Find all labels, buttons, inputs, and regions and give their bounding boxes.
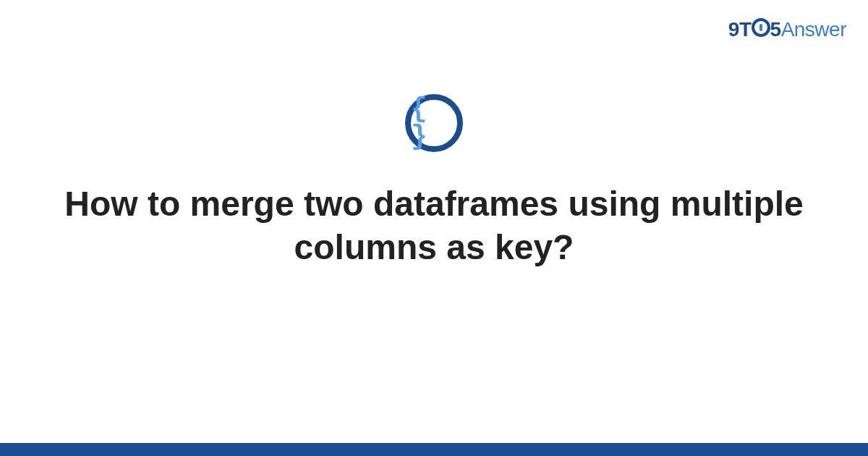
- logo-nine: 9: [728, 18, 739, 41]
- svg-rect-1: [760, 24, 762, 31]
- page-title: How to merge two dataframes using multip…: [43, 182, 825, 269]
- braces-glyph: { }: [411, 96, 457, 151]
- logo-t: T: [739, 18, 752, 41]
- site-logo: 9T5Answer: [728, 17, 846, 41]
- code-braces-icon: { }: [405, 94, 463, 152]
- logo-answer: Answer: [781, 18, 846, 41]
- logo-five: 5: [770, 18, 781, 41]
- logo-zero-icon: [752, 18, 770, 37]
- footer-bar: [0, 443, 868, 456]
